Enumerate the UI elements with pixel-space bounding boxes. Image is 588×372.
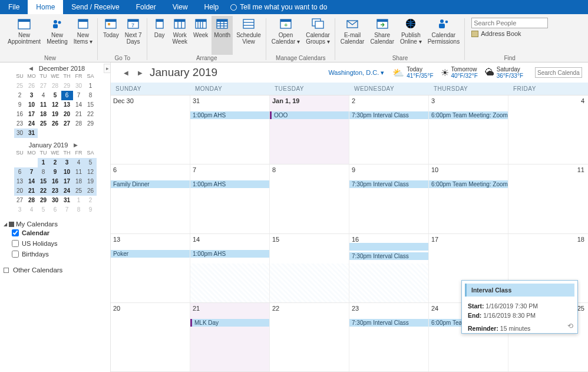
mini-day[interactable]: 22 <box>85 110 97 119</box>
mini-day[interactable]: 4 <box>73 158 85 167</box>
calendar-groups-button[interactable]: CalendarGroups ▾ <box>303 16 332 55</box>
event[interactable]: 6:00pm Team Meeting: Zoom <box>429 111 508 119</box>
mini-day[interactable]: 23 <box>14 119 26 129</box>
day-cell[interactable]: 237:30pm Interval Class <box>349 303 429 371</box>
mini-day[interactable]: 21 <box>26 186 38 196</box>
mini-day[interactable]: 5 <box>85 158 97 167</box>
day-cell[interactable]: 141:00pm AHS <box>190 234 270 302</box>
mini-day[interactable]: 28 <box>26 196 38 205</box>
day-cell[interactable]: 11 <box>508 164 588 233</box>
menu-tab-view[interactable]: View <box>164 0 196 14</box>
event[interactable]: OOO <box>270 111 349 119</box>
mini-day[interactable]: 3 <box>61 158 73 167</box>
mini-day[interactable]: 24 <box>61 186 73 196</box>
mini-day[interactable]: 30 <box>14 129 26 138</box>
mini-day[interactable]: 26 <box>49 119 61 129</box>
day-cell[interactable]: 15 <box>270 234 349 302</box>
mini-day[interactable]: 17 <box>61 177 73 186</box>
day-cell[interactable]: 4 <box>508 96 588 164</box>
menu-tab-sendreceive[interactable]: Send / Receive <box>63 0 127 14</box>
calendar-checkbox[interactable] <box>12 240 19 247</box>
mini-day[interactable]: 6 <box>61 91 73 100</box>
day-cell[interactable]: 13Poker <box>111 234 190 302</box>
prev-button[interactable]: ◀ <box>121 70 131 76</box>
mini-day[interactable]: 7 <box>61 205 73 215</box>
mini-day[interactable]: 14 <box>73 100 85 110</box>
mini-day[interactable]: 7 <box>26 167 38 177</box>
mini-day[interactable]: 12 <box>85 167 97 177</box>
mini-day[interactable]: 8 <box>85 91 97 100</box>
day-cell[interactable]: 36:00pm Team Meeting: Zoom <box>429 96 508 164</box>
day-button[interactable]: Day <box>150 16 169 55</box>
menu-tab-help[interactable]: Help <box>196 0 227 14</box>
day-cell[interactable]: 20 <box>111 303 190 371</box>
day-cell[interactable]: 22 <box>270 303 349 371</box>
new-items-button[interactable]: NewItems ▾ <box>71 16 95 55</box>
mini-day[interactable]: 9 <box>14 100 26 110</box>
calendar-item[interactable]: US Holidays <box>4 238 107 249</box>
mini-day[interactable]: 1 <box>38 158 49 167</box>
mini-day[interactable]: 19 <box>85 177 97 186</box>
day-cell[interactable]: 106:00pm Team Meeting: Zoom <box>429 164 508 233</box>
month-button[interactable]: Month <box>212 16 233 55</box>
event[interactable]: Family Dinner <box>111 180 190 188</box>
day-cell[interactable]: 16Retreat7:30pm Interval Class <box>349 234 429 302</box>
day-cell[interactable]: 311:00pm AHS <box>190 96 270 164</box>
share-calendar-button[interactable]: ShareCalendar <box>368 16 397 55</box>
open-calendar-button[interactable]: +OpenCalendar ▾ <box>269 16 302 55</box>
event[interactable]: MLK Day <box>190 319 269 327</box>
new-appointment-button[interactable]: NewAppointment <box>5 16 43 55</box>
calendar-checkbox[interactable] <box>12 251 19 258</box>
next-button[interactable]: ▶ <box>136 70 145 76</box>
event[interactable]: 6:00pm Team Meeting: Zoom <box>429 180 508 188</box>
mini-day[interactable]: 20 <box>14 186 26 196</box>
mini-day[interactable]: 29 <box>61 81 73 91</box>
mini-day[interactable]: 12 <box>49 100 61 110</box>
mini-day[interactable]: 7 <box>73 91 85 100</box>
mini-day[interactable]: 4 <box>26 205 38 215</box>
day-cell[interactable]: 97:30pm Interval Class <box>349 164 429 233</box>
publish-online-button[interactable]: PublishOnline ▾ <box>398 16 424 55</box>
address-book-button[interactable]: Address Book <box>471 30 548 37</box>
mini-day[interactable]: 21 <box>73 110 85 119</box>
day-cell[interactable]: 27:30pm Interval Class <box>349 96 429 164</box>
mini-day[interactable]: 10 <box>26 100 38 110</box>
mini-day[interactable]: 11 <box>38 100 49 110</box>
next7days-button[interactable]: 7Next 7Days <box>123 16 144 55</box>
day-cell[interactable]: 21MLK Day <box>190 303 270 371</box>
mini-day[interactable]: 23 <box>49 186 61 196</box>
menu-tab-file[interactable]: File <box>0 0 28 14</box>
mini-day[interactable]: 31 <box>26 129 38 138</box>
mini-day[interactable]: 10 <box>61 167 73 177</box>
mini-day[interactable]: 2 <box>85 196 97 205</box>
mini-day[interactable]: 18 <box>38 110 49 119</box>
mini-day[interactable]: 28 <box>49 81 61 91</box>
event[interactable]: 1:00pm AHS <box>190 250 269 258</box>
mini-day[interactable]: 29 <box>85 119 97 129</box>
calendar-permissions-button[interactable]: CalendarPermissions <box>425 16 462 55</box>
event[interactable]: 1:00pm AHS <box>190 111 269 119</box>
event[interactable]: 1:00pm AHS <box>190 180 269 188</box>
event[interactable]: 7:30pm Interval Class <box>349 111 428 119</box>
mini-day[interactable]: 8 <box>38 167 49 177</box>
mini-day[interactable]: 1 <box>73 196 85 205</box>
weather-day[interactable]: 🌥Saturday36°F/33°F <box>485 66 523 79</box>
expand-sidebar-button[interactable]: ▸ <box>104 64 111 73</box>
mini-day[interactable]: 25 <box>38 119 49 129</box>
mini-day[interactable]: 28 <box>73 119 85 129</box>
event[interactable]: 7:30pm Interval Class <box>349 252 428 260</box>
mini-day[interactable]: 3 <box>14 205 26 215</box>
search-people-input[interactable] <box>471 18 548 28</box>
mini-day[interactable]: 11 <box>73 167 85 177</box>
mini-day[interactable]: 4 <box>38 91 49 100</box>
mini-day[interactable]: 16 <box>14 110 26 119</box>
mini-day[interactable]: 8 <box>73 205 85 215</box>
mini-day[interactable]: 27 <box>61 119 73 129</box>
mini-day[interactable]: 17 <box>26 110 38 119</box>
today-button[interactable]: Today <box>101 16 121 55</box>
mini-day[interactable]: 30 <box>49 196 61 205</box>
mini-day[interactable]: 20 <box>61 110 73 119</box>
my-calendars-header[interactable]: ◢My Calendars <box>4 220 107 228</box>
search-calendar-input[interactable] <box>535 67 582 78</box>
mini-day[interactable]: 24 <box>26 119 38 129</box>
